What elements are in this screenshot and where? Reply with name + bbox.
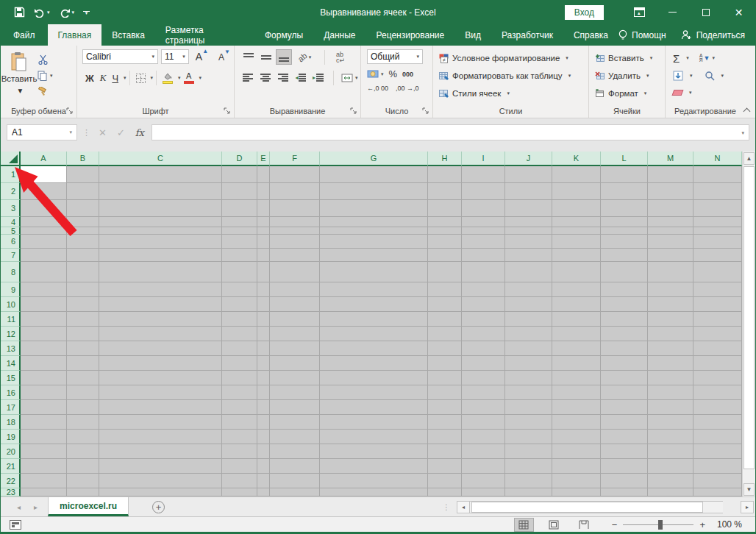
cell-E20[interactable] (257, 444, 270, 459)
cell-M8[interactable] (648, 262, 693, 282)
cell-G7[interactable] (320, 249, 428, 262)
cell-F18[interactable] (270, 415, 320, 430)
cell-F3[interactable] (270, 200, 320, 217)
cell-J21[interactable] (505, 459, 552, 474)
cell-N1[interactable] (693, 166, 742, 183)
cell-A20[interactable] (21, 444, 67, 459)
cell-G4[interactable] (320, 217, 428, 227)
cell-G2[interactable] (320, 183, 428, 200)
assistant-button[interactable]: Помощн (618, 29, 666, 41)
cell-I8[interactable] (462, 262, 505, 282)
cell-M18[interactable] (648, 415, 693, 430)
cell-N4[interactable] (693, 217, 742, 227)
orientation-button[interactable]: ab ▾ (293, 49, 315, 65)
cell-H19[interactable] (428, 430, 462, 444)
formula-bar-splitter[interactable]: ⋮ (77, 128, 96, 138)
cell-J8[interactable] (505, 262, 552, 282)
cell-C6[interactable] (99, 235, 222, 249)
page-layout-view-button[interactable] (544, 518, 564, 532)
column-header-G[interactable]: G (320, 152, 428, 166)
cell-K1[interactable] (552, 166, 601, 183)
vertical-scrollbar[interactable]: ▲ ▼ (742, 152, 755, 496)
cell-A3[interactable] (21, 200, 67, 217)
percent-style-button[interactable]: % (389, 68, 398, 79)
cell-C15[interactable] (99, 371, 222, 385)
column-header-D[interactable]: D (222, 152, 257, 166)
cell-M21[interactable] (648, 459, 693, 474)
cell-F13[interactable] (270, 341, 320, 356)
cell-B7[interactable] (67, 249, 99, 262)
tab-рецензирование[interactable]: Рецензирование (366, 24, 455, 46)
cell-L7[interactable] (601, 249, 648, 262)
row-header-17[interactable]: 17 (1, 400, 21, 415)
save-button[interactable] (11, 5, 28, 19)
cell-B18[interactable] (67, 415, 99, 430)
delete-cells-button[interactable]: Удалить ▾ (589, 67, 665, 85)
cell-H2[interactable] (428, 183, 462, 200)
horizontal-scrollbar[interactable] (470, 501, 723, 513)
customize-qat-button[interactable]: ▾ (80, 10, 93, 15)
cell-C11[interactable] (99, 312, 222, 327)
select-all-button[interactable] (1, 152, 21, 166)
cell-G14[interactable] (320, 356, 428, 371)
cell-N11[interactable] (693, 312, 742, 327)
row-header-10[interactable]: 10 (1, 297, 21, 312)
cell-M6[interactable] (648, 235, 693, 249)
conditional-formatting-button[interactable]: ≠ Условное форматирование ▾ (433, 49, 588, 67)
cell-J13[interactable] (505, 341, 552, 356)
cell-B12[interactable] (67, 327, 99, 341)
cell-H13[interactable] (428, 341, 462, 356)
tab-разметка-страницы[interactable]: Разметка страницы (155, 24, 254, 46)
font-family-combo[interactable]: Calibri ▾ (82, 49, 158, 64)
cell-M19[interactable] (648, 430, 693, 444)
cell-D4[interactable] (222, 217, 257, 227)
undo-button[interactable]: ▾ (31, 6, 53, 19)
cell-B4[interactable] (67, 217, 99, 227)
cell-I12[interactable] (462, 327, 505, 341)
cell-H18[interactable] (428, 415, 462, 430)
cell-G18[interactable] (320, 415, 428, 430)
zoom-in-button[interactable]: + (693, 519, 711, 530)
collapse-ribbon-button[interactable] (743, 107, 750, 113)
scroll-left-button[interactable]: ◂ (457, 501, 470, 513)
cell-H5[interactable] (428, 227, 462, 235)
cell-K10[interactable] (552, 297, 601, 312)
cell-I5[interactable] (462, 227, 505, 235)
cell-B22[interactable] (67, 474, 99, 488)
cell-G1[interactable] (320, 166, 428, 183)
cell-E5[interactable] (257, 227, 270, 235)
cancel-entry-icon[interactable]: ✕ (99, 127, 107, 138)
cell-M1[interactable] (648, 166, 693, 183)
cell-H9[interactable] (428, 282, 462, 297)
cell-J12[interactable] (505, 327, 552, 341)
fill-button[interactable] (673, 71, 683, 81)
cell-C2[interactable] (99, 183, 222, 200)
cell-D21[interactable] (222, 459, 257, 474)
cell-G8[interactable] (320, 262, 428, 282)
decrease-indent-button[interactable]: ◂ (293, 70, 309, 85)
borders-button[interactable] (133, 71, 149, 85)
cell-L8[interactable] (601, 262, 648, 282)
cell-E4[interactable] (257, 217, 270, 227)
cell-K8[interactable] (552, 262, 601, 282)
cell-D11[interactable] (222, 312, 257, 327)
cell-E7[interactable] (257, 249, 270, 262)
cell-E2[interactable] (257, 183, 270, 200)
cell-I18[interactable] (462, 415, 505, 430)
cell-N20[interactable] (693, 444, 742, 459)
cell-D10[interactable] (222, 297, 257, 312)
cell-E8[interactable] (257, 262, 270, 282)
cell-I20[interactable] (462, 444, 505, 459)
cell-D5[interactable] (222, 227, 257, 235)
column-header-C[interactable]: C (99, 152, 222, 166)
scroll-down-button[interactable]: ▼ (743, 483, 755, 496)
sheet-tab-active[interactable]: microexcel.ru (48, 497, 129, 516)
cell-F16[interactable] (270, 385, 320, 400)
cell-A19[interactable] (21, 430, 67, 444)
cell-C17[interactable] (99, 400, 222, 415)
cell-F22[interactable] (270, 474, 320, 488)
cell-A23[interactable] (21, 488, 67, 496)
cell-E21[interactable] (257, 459, 270, 474)
cell-M10[interactable] (648, 297, 693, 312)
cell-H21[interactable] (428, 459, 462, 474)
